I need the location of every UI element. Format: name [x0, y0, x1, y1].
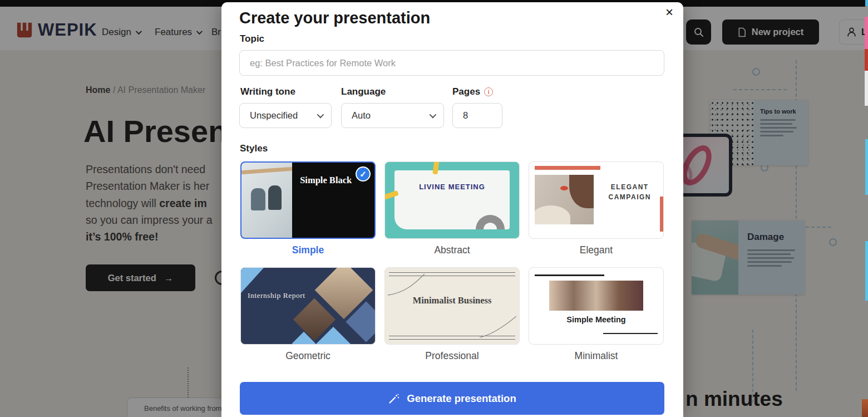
writing-tone-value: Unspecified [250, 110, 298, 121]
photo-thumbnail [241, 163, 292, 238]
chevron-down-icon [317, 111, 324, 119]
style-preview-elegant: ELEGANT CAMPAIGN [529, 161, 664, 239]
edge-sliver [865, 241, 868, 301]
edge-sliver [865, 71, 868, 106]
style-option-label: Geometric [285, 350, 331, 362]
preview-title: Internship Report [248, 291, 305, 300]
writing-tone-label: Writing tone [240, 86, 295, 97]
style-preview-geometric: Internship Report [240, 267, 376, 345]
style-option-abstract[interactable]: LIVINE MEETING Abstract [384, 161, 520, 256]
photo-thumbnail [535, 175, 594, 224]
topic-label: Topic [240, 33, 264, 45]
style-option-label: Minimalist [575, 350, 618, 362]
chevron-down-icon [430, 111, 437, 119]
style-option-minimalist[interactable]: Simple Meeting Minimalist [529, 267, 664, 362]
selected-check-icon: ✓ [356, 166, 371, 181]
close-icon[interactable]: × [663, 3, 675, 21]
language-value: Auto [352, 110, 371, 121]
preview-title: LIVINE MEETING [385, 183, 519, 191]
edge-sliver [865, 17, 868, 71]
style-option-label: Elegant [580, 244, 613, 256]
style-preview-simple: Simple Black ✓ [240, 161, 376, 239]
language-select[interactable]: Auto [341, 103, 444, 128]
style-option-label: Simple [292, 244, 324, 256]
swoosh-line [388, 274, 427, 296]
info-icon[interactable]: i [484, 87, 493, 96]
pages-input[interactable] [452, 103, 502, 128]
language-label: Language [341, 86, 386, 97]
style-option-simple[interactable]: Simple Black ✓ Simple [240, 161, 376, 256]
generate-presentation-button[interactable]: Generate presentation [240, 382, 664, 415]
style-preview-minimalist: Simple Meeting [529, 267, 664, 345]
style-option-professional[interactable]: Minimalist Business Professional [384, 267, 520, 362]
style-option-geometric[interactable]: Internship Report Geometric [240, 267, 376, 362]
modal-title: Create your presentation [239, 9, 430, 27]
style-option-label: Abstract [434, 244, 470, 256]
magic-wand-icon [388, 393, 400, 405]
styles-grid: Simple Black ✓ Simple LIVINE MEETING Abs… [240, 161, 664, 362]
style-option-label: Professional [425, 350, 479, 362]
preview-title: ELEGANT CAMPAIGN [604, 182, 655, 202]
styles-label: Styles [240, 143, 268, 154]
style-preview-abstract: LIVINE MEETING [384, 161, 520, 239]
create-presentation-modal: × Create your presentation Topic Writing… [221, 2, 683, 417]
topic-input[interactable] [239, 50, 664, 76]
swoosh-line [477, 315, 516, 337]
edge-sliver [865, 139, 868, 195]
pages-label: Pages i [452, 86, 493, 97]
style-preview-professional: Minimalist Business [384, 267, 520, 345]
preview-title: Minimalist Business [385, 295, 519, 306]
photo-thumbnail [549, 281, 643, 310]
style-option-elegant[interactable]: ELEGANT CAMPAIGN Elegant [529, 161, 664, 256]
preview-title: Simple Meeting [529, 315, 663, 324]
edge-sliver [865, 0, 868, 6]
screen: WEPIK Design Features Br [0, 0, 868, 417]
writing-tone-select[interactable]: Unspecified [239, 103, 332, 128]
edge-sliver [862, 399, 868, 417]
